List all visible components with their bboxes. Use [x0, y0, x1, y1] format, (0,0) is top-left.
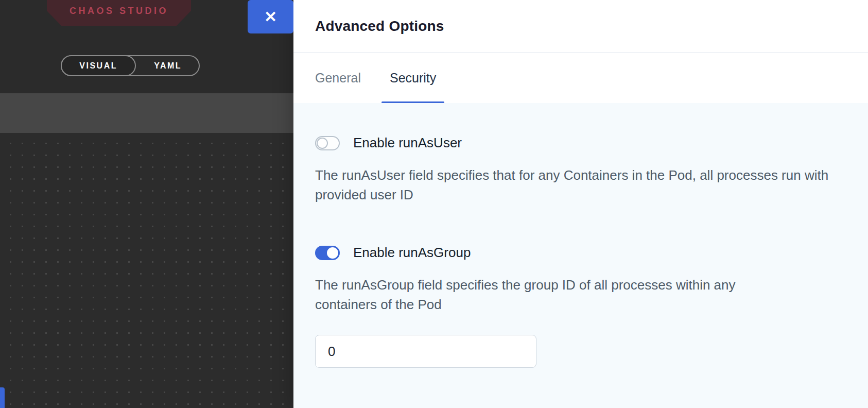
yaml-tab[interactable]: YAML: [137, 56, 199, 75]
security-tab-content: Enable runAsUser The runAsUser field spe…: [293, 103, 868, 408]
run-as-user-row: Enable runAsUser: [315, 135, 846, 151]
tab-general[interactable]: General: [315, 53, 361, 103]
run-as-user-label: Enable runAsUser: [353, 135, 462, 151]
drawer-header: Advanced Options: [293, 0, 868, 53]
advanced-options-drawer: Advanced Options General Security Enable…: [293, 0, 868, 408]
run-as-group-row: Enable runAsGroup: [315, 245, 846, 261]
visual-tab[interactable]: VISUAL: [61, 55, 136, 76]
close-drawer-button[interactable]: ✕: [248, 0, 293, 33]
run-as-group-label: Enable runAsGroup: [353, 245, 471, 261]
run-as-group-description: The runAsGroup field specifies the group…: [315, 275, 799, 314]
tab-security[interactable]: Security: [390, 53, 436, 103]
close-icon: ✕: [264, 9, 277, 25]
run-as-user-description: The runAsUser field specifies that for a…: [315, 165, 835, 205]
visual-yaml-toggle[interactable]: VISUAL YAML: [61, 55, 200, 76]
toggle-knob: [327, 247, 338, 259]
run-as-group-toggle[interactable]: [315, 246, 340, 260]
canvas-toolbar: [0, 94, 293, 133]
run-as-group-input[interactable]: [315, 335, 536, 368]
partial-button[interactable]: [0, 387, 5, 408]
run-as-user-toggle[interactable]: [315, 136, 340, 150]
chaos-studio-canvas-panel: CHAOS STUDIO VISUAL YAML: [0, 0, 293, 408]
chaos-studio-badge: CHAOS STUDIO: [47, 0, 191, 26]
dot-grid-canvas[interactable]: [0, 133, 293, 408]
drawer-title: Advanced Options: [315, 18, 444, 35]
brand-title: CHAOS STUDIO: [70, 6, 168, 26]
toggle-knob: [317, 138, 328, 149]
drawer-tabs: General Security: [293, 53, 868, 103]
